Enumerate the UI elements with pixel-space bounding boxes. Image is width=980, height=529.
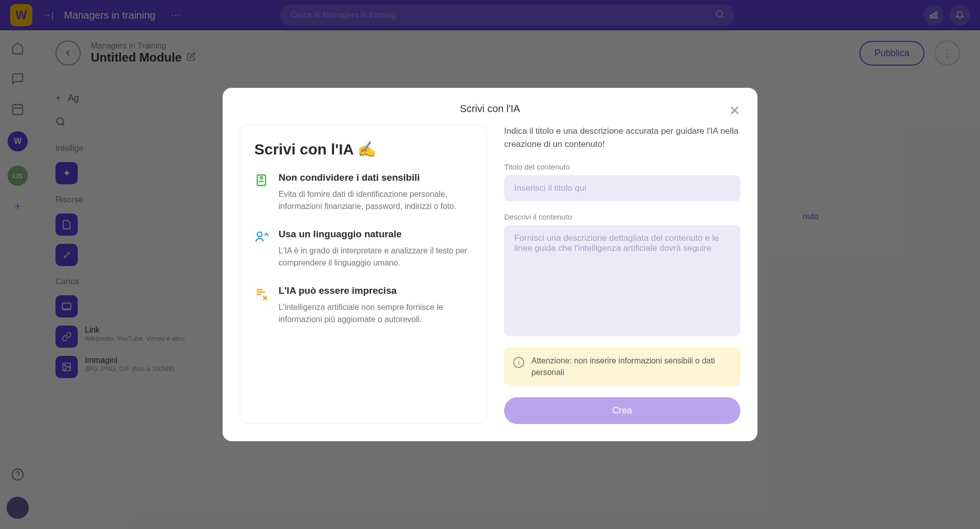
guideline-desc: L'intelligenza artificiale non sempre fo… [279,301,472,326]
guideline-sensitive: Non condividere i dati sensibili Evita d… [254,172,472,213]
guideline-natural: Usa un linguaggio naturale L'IA è in gra… [254,229,472,269]
voice-icon [254,230,269,269]
form-intro: Indica il titolo e una descrizione accur… [504,125,740,150]
warning-text: Attenzione: non inserire informazioni se… [531,355,731,378]
guideline-title: Non condividere i dati sensibili [279,172,472,183]
warning-banner: i Attenzione: non inserire informazioni … [504,347,740,386]
modal-title: Scrivi con l'IA [460,103,520,114]
guideline-title: L'IA può essere imprecisa [279,285,472,296]
guideline-imprecise: L'IA può essere imprecisa L'intelligenza… [254,285,472,326]
guidelines-heading: Scrivi con l'IA ✍️ [254,140,472,158]
close-icon[interactable]: ✕ [729,103,740,119]
info-icon: i [513,357,524,368]
ai-write-modal: Scrivi con l'IA ✕ Scrivi con l'IA ✍️ Non… [223,88,757,441]
desc-field-label: Descrivi il contenuto [504,213,740,221]
modal-form-panel: Indica il titolo e una descrizione accur… [504,125,740,424]
modal-guidelines-panel: Scrivi con l'IA ✍️ Non condividere i dat… [240,125,487,424]
privacy-icon [254,173,269,213]
guideline-title: Usa un linguaggio naturale [279,229,472,240]
guideline-desc: L'IA è in grado di interpretare e analiz… [279,245,472,269]
modal-overlay: Scrivi con l'IA ✕ Scrivi con l'IA ✍️ Non… [0,0,980,529]
warning-list-icon [254,286,269,326]
svg-point-18 [260,177,263,179]
svg-point-19 [257,232,262,237]
title-input[interactable] [504,175,740,201]
title-field-label: Titolo del contenuto [504,163,740,171]
description-textarea[interactable] [504,225,740,336]
create-button[interactable]: Crea [504,397,740,424]
guideline-desc: Evita di fornire dati di identificazione… [279,188,472,213]
